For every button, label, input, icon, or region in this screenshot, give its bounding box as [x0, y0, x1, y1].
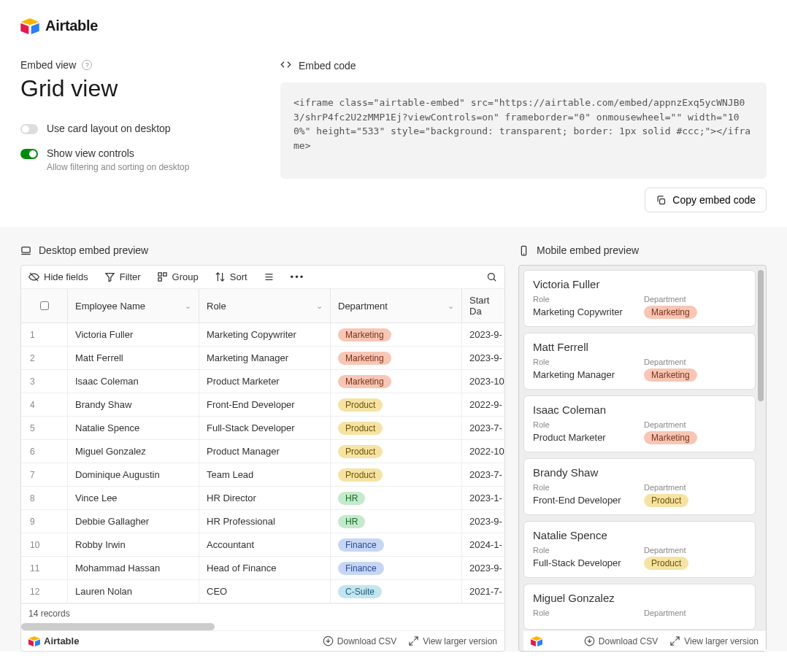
cell-role[interactable]: Full-Stack Developer — [199, 417, 331, 439]
copy-embed-button[interactable]: Copy embed code — [645, 188, 767, 212]
cell-role[interactable]: HR Director — [199, 487, 331, 509]
view-larger-link[interactable]: View larger version — [408, 636, 497, 646]
view-larger-link[interactable]: View larger version — [669, 636, 759, 646]
cell-role[interactable]: Product Manager — [199, 440, 331, 463]
cell-role[interactable]: Product Marketer — [199, 370, 331, 393]
footer-brand[interactable]: Airtable — [28, 636, 79, 646]
cell-role[interactable]: Accountant — [199, 533, 331, 556]
cell-name[interactable]: Mohammad Hassan — [68, 557, 199, 579]
select-all-checkbox[interactable] — [40, 301, 49, 310]
cell-role[interactable]: Marketing Copywriter — [199, 323, 331, 346]
cell-role[interactable]: HR Professional — [199, 510, 331, 533]
table-row[interactable]: 1Victoria FullerMarketing CopywriterMark… — [21, 323, 504, 347]
cell-date[interactable]: 2023-7- — [462, 463, 504, 486]
cell-name[interactable]: Matt Ferrell — [68, 347, 199, 369]
cell-department[interactable]: Product — [331, 463, 462, 486]
list-item[interactable]: Isaac ColemanRoleProduct MarketerDepartm… — [523, 395, 756, 452]
table-row[interactable]: 8Vince LeeHR DirectorHR2023-1- — [21, 487, 504, 510]
table-row[interactable]: 6Miguel GonzalezProduct ManagerProduct20… — [21, 440, 504, 463]
cell-name[interactable]: Vince Lee — [68, 487, 199, 509]
cell-role[interactable]: Front-End Developer — [199, 393, 331, 416]
cell-role[interactable]: Marketing Manager — [199, 347, 331, 369]
footer-brand[interactable] — [531, 636, 542, 646]
airtable-logo-icon — [28, 636, 40, 646]
cell-date[interactable]: 2023-9- — [462, 323, 504, 346]
download-icon — [584, 636, 595, 646]
help-icon[interactable]: ? — [82, 60, 92, 70]
cell-department[interactable]: HR — [331, 487, 462, 509]
sort-icon — [215, 271, 226, 282]
cell-role[interactable]: Head of Finance — [199, 557, 331, 579]
list-item[interactable]: Matt FerrellRoleMarketing ManagerDepartm… — [523, 333, 756, 390]
cell-date[interactable]: 2023-1- — [462, 487, 504, 509]
list-item[interactable]: Miguel GonzalezRoleDepartment — [523, 584, 756, 630]
sort-button[interactable]: Sort — [215, 271, 247, 282]
cell-department[interactable]: Marketing — [331, 370, 462, 393]
cell-name[interactable]: Brandy Shaw — [68, 393, 199, 416]
chevron-down-icon: ⌄ — [185, 301, 191, 311]
cell-name[interactable]: Robby Irwin — [68, 533, 199, 556]
cell-date[interactable]: 2024-1- — [462, 533, 504, 556]
col-role[interactable]: Role⌄ — [199, 289, 331, 323]
table-row[interactable]: 7Dominique AugustinTeam LeadProduct2023-… — [21, 463, 504, 487]
cell-department[interactable]: Marketing — [331, 323, 462, 346]
more-button[interactable]: ••• — [291, 271, 305, 282]
cell-role[interactable]: CEO — [199, 580, 331, 603]
cell-date[interactable]: 2023-7- — [462, 417, 504, 439]
cell-department[interactable]: HR — [331, 510, 462, 533]
table-row[interactable]: 2Matt FerrellMarketing ManagerMarketing2… — [21, 347, 504, 370]
cell-date[interactable]: 2021-7- — [462, 580, 504, 603]
cell-name[interactable]: Isaac Coleman — [68, 370, 199, 393]
card-role-value: Marketing Manager — [533, 369, 635, 380]
cell-name[interactable]: Lauren Nolan — [68, 580, 199, 603]
col-employee-name[interactable]: Employee Name⌄ — [68, 289, 199, 323]
table-row[interactable]: 10Robby IrwinAccountantFinance2024-1- — [21, 533, 504, 557]
cell-department[interactable]: Product — [331, 393, 462, 416]
cell-date[interactable]: 2023-9- — [462, 347, 504, 369]
embed-code-block[interactable]: <iframe class="airtable-embed" src="http… — [280, 82, 767, 179]
row-height-button[interactable] — [264, 271, 275, 282]
table-row[interactable]: 4Brandy ShawFront-End DeveloperProduct20… — [21, 393, 504, 417]
v-scrollbar[interactable] — [758, 270, 764, 401]
cell-department[interactable]: Finance — [331, 533, 462, 556]
col-department[interactable]: Department⌄ — [331, 289, 462, 323]
h-scrollbar[interactable] — [21, 623, 215, 630]
cell-department[interactable]: Marketing — [331, 347, 462, 369]
cell-name[interactable]: Dominique Augustin — [68, 463, 199, 486]
cell-department[interactable]: C-Suite — [331, 580, 462, 603]
download-csv-link[interactable]: Download CSV — [584, 636, 658, 646]
table-row[interactable]: 9Debbie GallagherHR ProfessionalHR2023-9… — [21, 510, 504, 533]
group-button[interactable]: Group — [157, 271, 199, 282]
download-csv-link[interactable]: Download CSV — [323, 636, 396, 646]
cell-name[interactable]: Victoria Fuller — [68, 323, 199, 346]
svg-point-14 — [488, 274, 495, 280]
cell-department[interactable]: Finance — [331, 557, 462, 579]
cell-name[interactable]: Debbie Gallagher — [68, 510, 199, 533]
cell-role[interactable]: Team Lead — [199, 463, 331, 486]
cell-date[interactable]: 2023-9- — [462, 510, 504, 533]
cell-department[interactable]: Product — [331, 417, 462, 439]
table-row[interactable]: 12Lauren NolanCEOC-Suite2021-7- — [21, 580, 504, 603]
filter-button[interactable]: Filter — [104, 271, 141, 282]
cell-date[interactable]: 2023-9- — [462, 557, 504, 579]
cell-date[interactable]: 2023-10 — [462, 370, 504, 393]
table-row[interactable]: 5Natalie SpenceFull-Stack DeveloperProdu… — [21, 417, 504, 440]
mobile-icon — [518, 245, 529, 256]
list-item[interactable]: Natalie SpenceRoleFull-Stack DeveloperDe… — [523, 521, 756, 578]
chevron-down-icon: ⌄ — [448, 301, 454, 311]
cell-date[interactable]: 2022-10 — [462, 440, 504, 463]
search-button[interactable] — [486, 271, 497, 282]
cell-name[interactable]: Natalie Spence — [68, 417, 199, 439]
col-start-date[interactable]: Start Da — [462, 289, 504, 323]
cell-name[interactable]: Miguel Gonzalez — [68, 440, 199, 463]
list-item[interactable]: Brandy ShawRoleFront-End DeveloperDepart… — [523, 458, 756, 515]
list-item[interactable]: Victoria FullerRoleMarketing CopywriterD… — [523, 270, 756, 327]
toggle-card-layout[interactable] — [20, 124, 38, 134]
cell-department[interactable]: Product — [331, 440, 462, 463]
cell-date[interactable]: 2022-9- — [462, 393, 504, 416]
toggle-view-controls[interactable] — [20, 149, 38, 159]
table-row[interactable]: 3Isaac ColemanProduct MarketerMarketing2… — [21, 370, 504, 393]
hide-fields-button[interactable]: Hide fields — [28, 271, 88, 282]
breadcrumb: Embed view ? — [20, 59, 263, 71]
table-row[interactable]: 11Mohammad HassanHead of FinanceFinance2… — [21, 557, 504, 580]
